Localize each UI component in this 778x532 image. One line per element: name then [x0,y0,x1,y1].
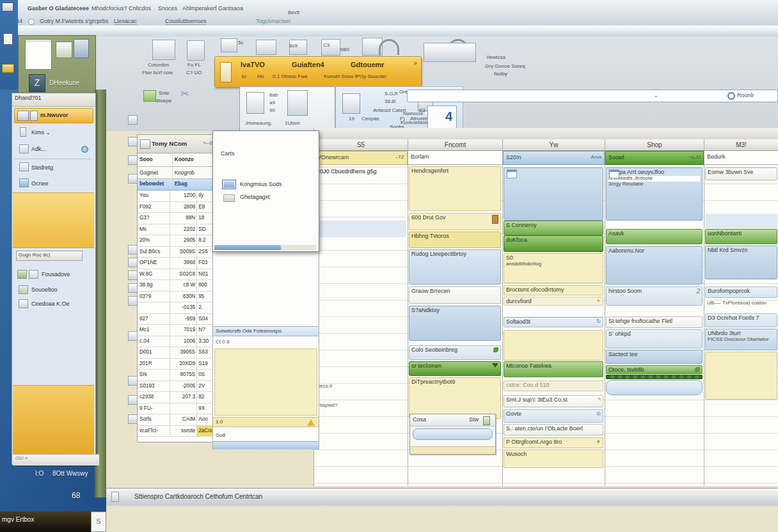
column-header[interactable]: Sooo [138,153,172,166]
calendar-event[interactable]: S.: aten.cte/un I'Ob,acte Boerl [504,424,603,435]
mini-window-bar[interactable] [413,428,493,440]
calendar-column[interactable]: S20!n Arva S ConneroyduKfocaS0ans8d6fo8o… [503,151,605,486]
tool-icon[interactable] [128,395,138,405]
calendar-event[interactable]: uonNbontwrti [705,229,777,244]
table-row[interactable]: SorlsCAIMAoo [138,414,215,426]
tool-icon[interactable] [128,283,138,293]
desktop-label[interactable]: I:O [35,470,44,477]
table-row[interactable]: G3?88N18 [138,213,215,224]
calendar-event[interactable]: UNbrdo 3turrFtCSS Ovccsour Dtwrtwtor [705,329,777,350]
calendar-event[interactable]: St tehge fnoftocathe Fletl [606,317,703,328]
tool-icon[interactable] [128,115,138,125]
calendar-event[interactable] [606,307,703,316]
menu-item[interactable]: Ghetagagxt [240,194,270,200]
menu-item[interactable]: Couslutttvenoes [165,18,207,25]
calendar-print-icon[interactable] [152,40,175,60]
horizontal-scrollbar[interactable] [214,245,316,250]
menu-item[interactable]: Mhodcfocius? Cnltcdos [91,5,151,12]
nav-item[interactable]: Kims ⌄ [31,129,51,136]
calendar-event[interactable] [705,214,777,228]
calendar-event[interactable]: Rudog Lteepecttbrtoy [409,249,501,285]
calendar-event[interactable]: Asavk [606,229,703,244]
table-row[interactable]: -01352. [138,302,215,314]
folder-icon[interactable] [2,64,14,73]
calendar-event[interactable]: S0ans8d6fo8o9og [504,253,603,283]
calendar-event[interactable]: 3Oopa Arrt oeuyvJfooN cfveedts Jtrrloote… [606,168,703,221]
table-row[interactable]: You1200Ily [138,191,215,202]
scrollbar-thumb[interactable] [214,245,281,250]
calendar-event[interactable]: Secs.Il [315,382,406,390]
table-row[interactable]: Sul B0csS009S2S5 [138,247,215,258]
table-row[interactable]: 9 FU-9X [138,403,215,415]
day-header[interactable]: Yw [503,139,605,151]
menu-item[interactable]: Kongmsus Sods [240,181,282,187]
nav-item[interactable]: Fousadove [42,271,70,278]
calendar-event[interactable]: S' ohkpd [606,329,703,348]
panel-row[interactable]: 1.0 [213,417,319,427]
scissors-icon[interactable]: ✂ [180,88,189,100]
table-row[interactable]: Mc17019N? [138,325,215,336]
calendar-event[interactable]: Smt.J sup'c 3tEu3 Co.st◥ [504,395,603,407]
contacts-group-icon[interactable] [424,43,476,62]
sheet-icon[interactable] [143,90,156,102]
chevron-right-icon[interactable]: » [413,59,417,66]
document-icon[interactable] [3,33,13,45]
calendar-event[interactable]: DiTpreactnytbot9 [409,377,501,419]
calendar-event[interactable]: Aaborenu.Nor [606,246,703,285]
calendar-event[interactable]: Nbtl Krd Smvzn [705,246,777,279]
mini-window-titlebar[interactable]: Cosa Stw [410,414,495,426]
calendar-event[interactable]: Mtconoe Fatekwa [504,361,603,377]
calendar-event[interactable]: Fbspwd? [315,402,406,409]
clipboard-icon[interactable] [221,38,237,52]
table-selected-row[interactable]: bebowdet Ebag [138,179,215,191]
taskbar-label[interactable]: mgv Ertbox [2,516,35,523]
calendar-event[interactable]: Eomw 3bvwn Sve [705,168,777,180]
calendar-event[interactable]: 600 Drut Gov [409,213,501,230]
menu-item[interactable]: Ltesacac [114,18,137,25]
column-header[interactable]: Koonzo [172,153,203,166]
tool-icon[interactable] [128,245,138,254]
calendar-event[interactable]: Graow Brrecen [409,286,501,304]
calendar-event[interactable] [504,330,603,361]
calendar-event[interactable]: S Conneroy [504,221,603,235]
stamp-icon[interactable] [342,93,360,114]
calendar-event[interactable]: cstce: Cou.d 510 [504,380,603,391]
tool-icon[interactable] [128,376,138,386]
nav-item-selected[interactable]: m.Nwuvor [14,108,93,123]
nav-item[interactable]: Souoeltoo [31,286,58,293]
tab-3[interactable]: Gdtouemr [351,61,385,68]
table-row[interactable]: W.8GS02C8N01 [138,269,215,281]
grip-icon[interactable] [111,492,119,502]
menu-item[interactable]: Ahlmperakerf Gantsaoa [182,5,243,12]
calendar-event[interactable] [315,221,406,237]
tool-icon[interactable] [128,258,138,267]
table-row[interactable]: 03?9830N95 [138,292,215,303]
table-row[interactable]: Ms2202SD [138,224,215,236]
table-subheader-row[interactable]: Gogmet Knogrob [138,167,215,179]
calendar-event[interactable]: Govte◎ [504,409,603,423]
calendar-event[interactable]: Sacteot tee [606,350,703,364]
table-row[interactable]: D0013905SS63 [138,347,215,359]
table-row[interactable]: F0922808E8 [138,202,215,214]
calendar-event[interactable] [705,352,777,400]
calendar-event[interactable]: 20J0 Cbuedrdhens g5g [315,168,406,178]
chevron-down-icon[interactable]: ⌄ [653,91,658,98]
menu-item[interactable]: Snoces [158,5,177,12]
panel-row[interactable]: Go8 [213,431,319,439]
table-row[interactable]: c.0410063:30 [138,336,215,348]
arc-icon[interactable] [379,39,399,55]
calendar-event[interactable]: Hendcsgenfsrt [409,166,501,211]
tool-icon[interactable] [128,414,138,424]
day-header[interactable]: Fncomt [408,139,503,151]
tool-icon[interactable] [128,174,138,184]
calendar-event[interactable]: hirstoo 5oom2 [606,286,703,306]
tool-icon[interactable] [128,296,138,306]
day-header[interactable]: S5 [314,139,408,151]
panel-header[interactable]: Sotwdcrsfb Ode Fotesrovspo [213,326,319,336]
window-icon[interactable] [2,3,13,12]
calendar-event[interactable]: Wusoch [504,450,603,468]
table-row[interactable]: 927-959S04 [138,314,215,325]
nav-item[interactable]: Stedretg [31,164,53,171]
tool-icon[interactable] [128,270,138,280]
allday-event[interactable]: Borlam [408,151,502,165]
